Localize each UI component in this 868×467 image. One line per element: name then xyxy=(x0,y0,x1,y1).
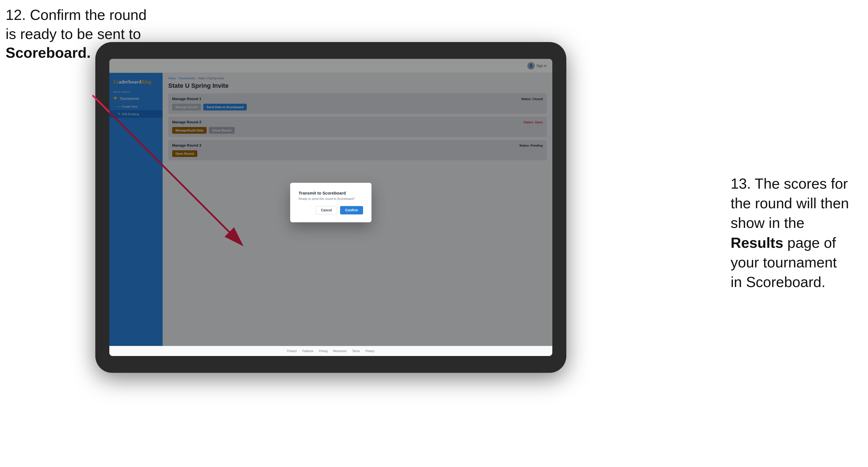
transmit-modal: Transmit to Scoreboard Ready to send thi… xyxy=(290,183,371,222)
annotation-step13: 13. The scores for the round will then s… xyxy=(731,174,860,292)
tablet-screen: 👤 Sign in LeaderboardKing MAIN MENU 🏆 To… xyxy=(109,59,552,356)
footer-resources[interactable]: Resources xyxy=(333,349,346,353)
footer-terms[interactable]: Terms xyxy=(352,349,360,353)
modal-actions: Cancel Confirm xyxy=(299,206,363,214)
footer-pricing[interactable]: Pricing xyxy=(319,349,328,353)
annotation-step12: 12. Confirm the round is ready to be sen… xyxy=(6,6,147,63)
footer-privacy[interactable]: Privacy xyxy=(365,349,375,353)
modal-overlay: Transmit to Scoreboard Ready to send thi… xyxy=(109,59,552,346)
modal-cancel-btn[interactable]: Cancel xyxy=(316,206,337,214)
footer-product[interactable]: Product xyxy=(287,349,297,353)
modal-confirm-btn[interactable]: Confirm xyxy=(340,206,363,214)
tablet-device: 👤 Sign in LeaderboardKing MAIN MENU 🏆 To… xyxy=(95,42,566,373)
footer-features[interactable]: Features xyxy=(302,349,313,353)
modal-title: Transmit to Scoreboard xyxy=(299,191,363,195)
modal-subtitle: Ready to send this round to Scoreboard? xyxy=(299,197,363,200)
footer: Product Features Pricing Resources Terms… xyxy=(109,346,552,356)
